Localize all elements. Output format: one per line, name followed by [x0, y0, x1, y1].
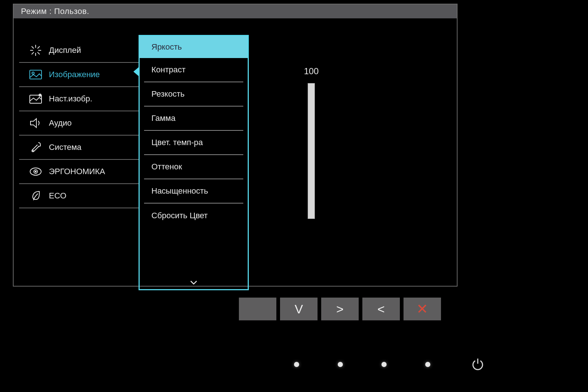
eco-icon	[28, 189, 43, 202]
v-icon: V	[295, 302, 303, 316]
close-icon: ✕	[416, 301, 428, 317]
display-icon	[28, 44, 43, 57]
right-icon: >	[336, 302, 344, 316]
sidebar-item-label: Система	[49, 143, 82, 152]
submenu-item-label: Оттенок	[151, 162, 182, 172]
osd-header: Режим : Пользов.	[14, 4, 457, 18]
value-slider-fill	[308, 83, 315, 219]
osd-button-close[interactable]: ✕	[404, 298, 441, 320]
submenu-item-sharpness[interactable]: Резкость	[144, 82, 243, 107]
submenu-pointer	[133, 67, 139, 76]
power-icon[interactable]	[470, 357, 485, 372]
submenu-column: Яркость Контраст Резкость Гамма Цвет. те…	[139, 35, 249, 278]
osd-body: Дисплей Изображение	[14, 18, 457, 286]
svg-point-17	[35, 171, 36, 172]
picture-icon	[28, 68, 43, 81]
submenu-item-color-temp[interactable]: Цвет. темп-ра	[144, 131, 243, 155]
bezel-dot[interactable]	[425, 362, 430, 367]
picture-adv-icon	[28, 92, 43, 105]
bezel-dot[interactable]	[338, 362, 343, 367]
chevron-down-icon[interactable]	[190, 278, 198, 287]
sidebar-item-label: Аудио	[49, 118, 72, 128]
sidebar-item-label: Изображение	[49, 70, 100, 79]
mode-label: Режим : Пользов.	[21, 7, 89, 16]
sidebar-item-picture[interactable]: Изображение	[19, 63, 139, 87]
svg-line-6	[37, 46, 40, 48]
sidebar-item-eco[interactable]: ECO	[19, 184, 139, 208]
submenu-item-label: Контраст	[151, 65, 186, 75]
svg-point-9	[32, 72, 34, 74]
sidebar-item-label: Дисплей	[49, 46, 81, 55]
value-number: 100	[304, 66, 319, 76]
value-pane: 100	[249, 18, 457, 286]
osd-button-left[interactable]: <	[362, 298, 400, 320]
osd-button-down[interactable]: V	[280, 298, 318, 320]
sidebar-item-system[interactable]: Система	[19, 136, 139, 160]
svg-point-14	[32, 150, 33, 152]
submenu-box: Яркость Контраст Резкость Гамма Цвет. те…	[139, 35, 249, 290]
osd-button-blank[interactable]	[239, 298, 276, 320]
submenu-item-saturation[interactable]: Насыщенность	[144, 179, 243, 204]
submenu-item-gamma[interactable]: Гамма	[144, 107, 243, 131]
sidebar-item-ergo[interactable]: ЭРГОНОМИКА	[19, 160, 139, 184]
audio-icon	[28, 116, 43, 130]
bezel-dot[interactable]	[294, 362, 299, 367]
bezel-dots	[294, 362, 430, 367]
svg-line-4	[32, 46, 34, 48]
osd-button-right[interactable]: >	[321, 298, 359, 320]
value-slider[interactable]	[308, 83, 315, 219]
submenu-item-brightness[interactable]: Яркость	[140, 36, 248, 58]
submenu-item-label: Сбросить Цвет	[151, 211, 208, 220]
sidebar: Дисплей Изображение	[14, 18, 139, 286]
sidebar-item-audio[interactable]: Аудио	[19, 111, 139, 136]
submenu-item-label: Насыщенность	[151, 186, 208, 196]
ergo-icon	[28, 165, 43, 178]
sidebar-item-display[interactable]: Дисплей	[19, 39, 139, 63]
sidebar-item-label: ECO	[49, 191, 67, 201]
submenu-item-label: Гамма	[151, 114, 175, 123]
osd-button-row: V > < ✕	[239, 298, 441, 320]
svg-line-7	[32, 52, 34, 54]
svg-line-5	[37, 52, 40, 54]
submenu-item-label: Цвет. темп-ра	[151, 138, 203, 147]
left-icon: <	[377, 302, 385, 316]
submenu-item-label: Резкость	[151, 89, 184, 99]
sidebar-item-label: ЭРГОНОМИКА	[49, 167, 105, 176]
system-icon	[28, 141, 43, 154]
sidebar-item-label: Наст.изобр.	[49, 94, 92, 104]
osd-window: Режим : Пользов. Дисплей	[13, 4, 458, 287]
bezel-dot[interactable]	[381, 362, 387, 367]
submenu-item-hue[interactable]: Оттенок	[144, 155, 243, 179]
sidebar-item-picture-adv[interactable]: Наст.изобр.	[19, 87, 139, 111]
submenu-item-contrast[interactable]: Контраст	[144, 58, 243, 82]
submenu-item-reset-color[interactable]: Сбросить Цвет	[144, 204, 243, 228]
submenu-item-label: Яркость	[151, 42, 182, 52]
